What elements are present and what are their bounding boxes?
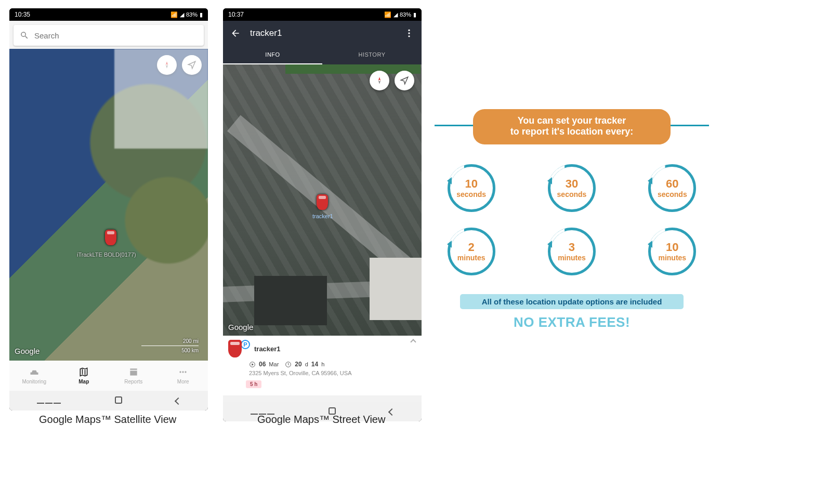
tracker-name: tracker1 (254, 345, 281, 353)
interval-2m: 2minutes (448, 228, 495, 275)
status-bar: 10:35 📶 ◢ 83% ▮ (9, 8, 208, 21)
map-street[interactable]: tracker1 Google (223, 64, 422, 336)
battery-pct: 83% (186, 11, 198, 18)
svg-marker-1 (166, 65, 168, 69)
status-time: 10:35 (15, 11, 30, 18)
signal-icon: ◢ (180, 11, 184, 18)
tab-history[interactable]: HISTORY (322, 46, 422, 64)
dur-days: 20 (295, 361, 301, 368)
map-satellite[interactable]: iTrackLTE BOLD(0177) 200 mi 500 km Googl… (9, 49, 208, 361)
search-input[interactable] (34, 31, 198, 40)
compass-button[interactable] (157, 55, 177, 75)
parking-badge: P (241, 340, 250, 349)
tracker-label: tracker1 (312, 213, 333, 219)
svg-marker-11 (378, 81, 381, 84)
date-num: 06 (259, 361, 266, 368)
interval-3m: 3minutes (548, 228, 596, 275)
date-month: Mar (269, 361, 279, 367)
tab-info[interactable]: INFO (223, 46, 322, 64)
dur-hours: 14 (311, 361, 318, 368)
battery-icon: ▮ (200, 11, 203, 18)
svg-point-4 (180, 371, 181, 373)
duration-pill: 5 h (246, 380, 261, 388)
nav-monitoring[interactable]: Monitoring (9, 361, 59, 391)
car-icon (228, 340, 242, 357)
phone-satellite: 10:35 📶 ◢ 83% ▮ (9, 8, 208, 410)
no-extra-fees: NO EXTRA FEES! (437, 314, 707, 330)
interval-60s: 60seconds (648, 164, 696, 212)
svg-marker-0 (166, 61, 168, 65)
android-back[interactable] (176, 395, 181, 406)
android-home[interactable] (115, 395, 122, 406)
address-text: 2325 Myers St, Oroville, CA 95966, USA (249, 370, 416, 376)
android-nav-bar (9, 391, 208, 410)
clock-icon (285, 361, 292, 368)
tracker-info-card[interactable]: P tracker1 06 Mar 20 d 14 h 2325 Myers S… (223, 336, 422, 395)
phone-street: 10:37 📶 ◢ 83% ▮ tracker1 INFO HISTORY (223, 8, 422, 421)
nav-map[interactable]: Map (59, 361, 109, 391)
svg-point-7 (408, 30, 410, 31)
search-icon (20, 31, 29, 40)
svg-point-5 (182, 371, 184, 373)
caption-street: Google Maps™ Street View (257, 414, 385, 426)
caption-satellite: Google Maps™ Satellite View (39, 414, 176, 426)
android-back[interactable] (389, 406, 395, 417)
tracker-marker[interactable] (105, 230, 116, 245)
play-icon (249, 361, 256, 368)
wifi-icon: 📶 (170, 11, 178, 18)
dur-d-label: d (305, 361, 308, 367)
svg-point-6 (185, 371, 187, 373)
wifi-icon: 📶 (384, 11, 391, 18)
included-banner: All of these location update options are… (460, 294, 684, 309)
bottom-nav: Monitoring Map Reports More (9, 361, 208, 391)
dur-h-label: h (321, 361, 324, 367)
search-box[interactable] (14, 25, 204, 46)
overflow-icon[interactable] (404, 28, 414, 38)
interval-30s: 30seconds (548, 164, 596, 212)
interval-10s: 10seconds (448, 164, 495, 212)
headline-banner: You can set your tracker to report it's … (473, 109, 671, 144)
locate-button[interactable] (395, 71, 414, 90)
status-bar: 10:37 📶 ◢ 83% ▮ (223, 8, 422, 21)
tracker-label: iTrackLTE BOLD(0177) (77, 251, 136, 258)
battery-pct: 83% (400, 11, 411, 18)
svg-point-9 (408, 35, 410, 37)
signal-icon: ◢ (393, 11, 398, 18)
svg-rect-2 (130, 368, 137, 370)
nav-reports[interactable]: Reports (109, 361, 159, 391)
svg-rect-3 (130, 371, 137, 376)
google-watermark: Google (228, 323, 253, 331)
map-scale: 200 mi 500 km (141, 338, 199, 353)
nav-more[interactable]: More (159, 361, 208, 391)
back-icon[interactable] (230, 28, 241, 38)
svg-marker-10 (378, 77, 381, 81)
interval-10m: 10minutes (648, 228, 696, 275)
compass-button[interactable] (370, 71, 389, 90)
battery-icon: ▮ (413, 11, 416, 18)
google-watermark: Google (15, 347, 40, 355)
android-recents[interactable] (36, 395, 61, 406)
appbar-title: tracker1 (250, 28, 395, 38)
interval-infographic: You can set your tracker to report it's … (437, 109, 707, 330)
status-time: 10:37 (228, 11, 244, 18)
svg-point-8 (408, 32, 410, 34)
tracker-marker[interactable] (317, 194, 328, 210)
locate-button[interactable] (182, 55, 202, 75)
